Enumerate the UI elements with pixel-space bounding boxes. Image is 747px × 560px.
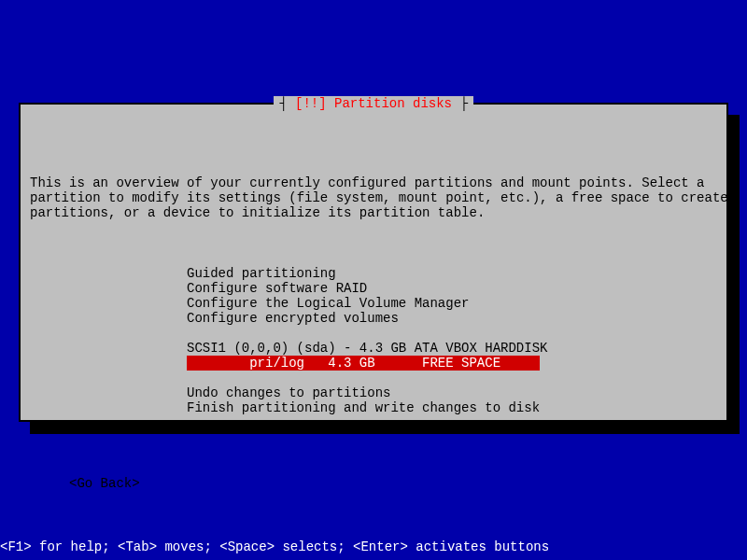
- menu-configure-encrypted[interactable]: Configure encrypted volumes: [187, 311, 717, 326]
- dialog-content: This is an overview of your currently co…: [21, 105, 726, 530]
- go-back-button[interactable]: <Go Back>: [69, 476, 717, 491]
- dialog-title-bar: ┤ [!!] Partition disks ├: [21, 96, 726, 111]
- intro-text: This is an overview of your currently co…: [30, 161, 717, 220]
- menu-configure-raid[interactable]: Configure software RAID: [187, 281, 717, 296]
- dialog-title: ┤ [!!] Partition disks ├: [274, 96, 473, 111]
- menu-undo-changes[interactable]: Undo changes to partitions: [187, 385, 717, 400]
- intro-line1: This is an overview of your currently co…: [30, 175, 705, 190]
- title-text: Partition disks: [327, 96, 452, 111]
- title-marker: [!!]: [295, 96, 327, 111]
- partition-dialog: ┤ [!!] Partition disks ├ This is an over…: [19, 103, 728, 422]
- help-footer: <F1> for help; <Tab> moves; <Space> sele…: [0, 539, 549, 554]
- title-dash-right: ├: [452, 96, 468, 111]
- partition-row: pri/log 4.3 GB FREE SPACE: [187, 356, 717, 371]
- menu-list: Guided partitioningConfigure software RA…: [187, 266, 717, 416]
- disk-header[interactable]: SCSI1 (0,0,0) (sda) - 4.3 GB ATA VBOX HA…: [187, 341, 717, 356]
- menu-configure-lvm[interactable]: Configure the Logical Volume Manager: [187, 296, 717, 311]
- menu-guided-partitioning[interactable]: Guided partitioning: [187, 266, 717, 281]
- menu-finish-partitioning[interactable]: Finish partitioning and write changes to…: [187, 400, 717, 415]
- title-dash-left: ┤: [279, 96, 295, 111]
- partition-free-space-selected[interactable]: pri/log 4.3 GB FREE SPACE: [187, 356, 540, 371]
- intro-line3: partitions, or a device to initialize it…: [30, 205, 485, 220]
- intro-line2: partition to modify its settings (file s…: [30, 190, 728, 205]
